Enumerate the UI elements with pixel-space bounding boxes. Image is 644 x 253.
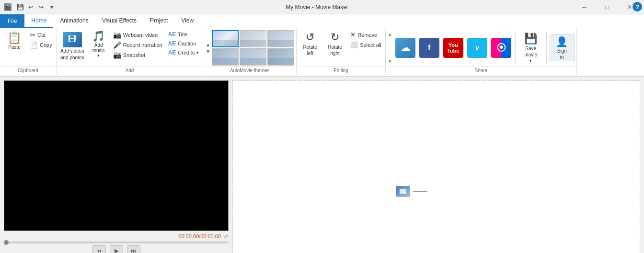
add-videos-button[interactable]: 🎞 Add videos and photos xyxy=(58,30,86,63)
sign-in-button[interactable]: 👤 Sign in xyxy=(550,34,575,61)
main-area: 00:00.00/00:00.00 ⤢ ⏮ ▶ ⏭ xyxy=(0,77,644,253)
clipboard-group: 📋 Paste ✂ Cut 📄 Copy Clipboard xyxy=(0,29,57,75)
flickr-share-button[interactable]: ⦿ xyxy=(490,37,512,59)
cut-icon: ✂ xyxy=(30,31,35,39)
story-thumbnail-icon xyxy=(400,189,406,194)
snapshot-button[interactable]: 📸 Snapshot xyxy=(111,50,164,60)
tab-file[interactable]: File xyxy=(0,14,24,28)
facebook-share-button[interactable]: f xyxy=(418,37,440,59)
add-music-button[interactable]: 🎵 Add music ▾ xyxy=(88,30,109,58)
maximize-button[interactable]: □ xyxy=(596,0,618,14)
storyboard-thumbnail[interactable] xyxy=(396,186,410,197)
editing-group: ↺ Rotate left ↻ Rotate right ✕ Remove ⬜ xyxy=(297,29,386,75)
share-label: Share xyxy=(388,66,575,74)
add-text-col: AE Title AE Caption AE Credits ▾ xyxy=(166,30,201,57)
play-button[interactable]: ▶ xyxy=(110,245,123,253)
automovie-label: AutoMovie themes xyxy=(205,66,294,74)
share-content: ▲ ▼ ☁ f YouTube v ⦿ xyxy=(388,30,575,66)
paste-button[interactable]: 📋 Paste xyxy=(2,30,27,52)
tab-project[interactable]: Project xyxy=(143,14,174,28)
expand-view-button[interactable]: ⤢ xyxy=(224,233,229,240)
editing-content: ↺ Rotate left ↻ Rotate right ✕ Remove ⬜ xyxy=(299,30,383,66)
add-group: 🎞 Add videos and photos 🎵 Add music ▾ 📷 … xyxy=(57,29,203,75)
tab-animations[interactable]: Animations xyxy=(53,14,95,28)
rotate-right-button[interactable]: ↻ Rotate right xyxy=(323,30,346,57)
add-videos-icon: 🎞 xyxy=(63,32,82,47)
share-group: ▲ ▼ ☁ f YouTube v ⦿ xyxy=(386,29,577,75)
youtube-share-button[interactable]: YouTube xyxy=(442,37,464,59)
select-all-button[interactable]: ⬜ Select all xyxy=(348,40,383,49)
clipboard-group-content: 📋 Paste ✂ Cut 📄 Copy xyxy=(2,30,54,66)
rotate-right-icon: ↻ xyxy=(331,31,339,44)
preview-pane: 00:00.00/00:00.00 ⤢ ⏮ ▶ ⏭ xyxy=(0,77,232,253)
add-label: Add xyxy=(58,66,201,74)
rotate-left-icon: ↺ xyxy=(306,31,314,44)
cloud-share-button[interactable]: ☁ xyxy=(394,37,416,59)
time-display: 00:00.00/00:00.00 xyxy=(178,233,221,239)
title-bar-app-icon: 🎬 xyxy=(4,3,12,11)
caption-button[interactable]: AE Caption xyxy=(166,39,201,48)
select-all-icon: ⬜ xyxy=(350,41,358,48)
theme-item-1[interactable] xyxy=(240,30,266,47)
theme-scroll-up[interactable]: ▲ ▼ xyxy=(205,42,212,54)
copy-button[interactable]: 📄 Copy xyxy=(28,40,54,50)
tab-visual-effects[interactable]: Visual Effects xyxy=(95,14,143,28)
vimeo-share-button[interactable]: v xyxy=(466,37,488,59)
title-button[interactable]: AE Title xyxy=(166,30,201,39)
facebook-icon: f xyxy=(419,38,439,58)
tab-view[interactable]: View xyxy=(174,14,200,28)
share-separator-2 xyxy=(546,32,547,64)
scrubber[interactable] xyxy=(4,242,229,243)
vimeo-icon: v xyxy=(467,38,487,58)
webcam-icon: 📷 xyxy=(113,31,121,39)
theme-item-0[interactable] xyxy=(212,30,239,47)
clipboard-label: Clipboard xyxy=(2,66,54,74)
camera-icon: 📸 xyxy=(113,51,121,59)
ribbon: File Home Animations Visual Effects Proj… xyxy=(0,14,644,77)
webcam-video-button[interactable]: 📷 Webcam video xyxy=(111,30,164,40)
theme-item-2[interactable] xyxy=(267,30,294,47)
save-movie-button[interactable]: 💾 Save movie ▾ xyxy=(518,32,543,64)
theme-item-3[interactable] xyxy=(212,48,239,66)
prev-frame-button[interactable]: ⏮ xyxy=(92,245,106,253)
automovie-content: ▲ ▼ xyxy=(205,30,294,66)
playback-buttons: ⏮ ▶ ⏭ xyxy=(4,245,229,253)
timeline-area[interactable] xyxy=(232,80,640,253)
quick-access-toolbar: 💾 ↩ ↪ ▾ xyxy=(15,2,57,12)
share-scroll[interactable]: ▲ ▼ xyxy=(388,31,392,65)
window-title: My Movie - Movie Maker xyxy=(60,4,574,11)
app-icon: 🎬 xyxy=(4,3,12,11)
window-controls: ─ □ ✕ xyxy=(574,0,640,14)
record-narration-button[interactable]: 🎤 Record narration xyxy=(111,40,164,50)
cut-button[interactable]: ✂ Cut xyxy=(28,30,54,40)
editing-label: Editing xyxy=(299,66,383,74)
tab-home[interactable]: Home xyxy=(24,14,53,28)
remove-button[interactable]: ✕ Remove xyxy=(348,30,383,39)
preview-controls: 00:00.00/00:00.00 ⤢ ⏮ ▶ ⏭ xyxy=(4,231,229,253)
youtube-icon: YouTube xyxy=(443,38,463,58)
save-movie-icon: 💾 xyxy=(524,33,537,45)
theme-thumbnails xyxy=(212,30,294,66)
time-bar: 00:00.00/00:00.00 ⤢ xyxy=(4,233,229,240)
ribbon-tabs: File Home Animations Visual Effects Proj… xyxy=(0,14,644,28)
scrubber-thumb[interactable] xyxy=(4,240,9,245)
qat-redo[interactable]: ↪ xyxy=(36,2,46,12)
microphone-icon: 🎤 xyxy=(113,41,121,49)
rotate-left-button[interactable]: ↺ Rotate left xyxy=(299,30,322,57)
automovie-group: ▲ ▼ AutoMovie themes xyxy=(203,29,297,75)
storyboard-connector xyxy=(413,191,427,192)
help-button[interactable]: ? xyxy=(632,2,642,11)
title-bar: 🎬 💾 ↩ ↪ ▾ My Movie - Movie Maker ─ □ ✕ ? xyxy=(0,0,644,14)
title-icon: AE xyxy=(168,31,176,38)
qat-save[interactable]: 💾 xyxy=(15,2,25,12)
minimize-button[interactable]: ─ xyxy=(574,0,595,14)
credits-button[interactable]: AE Credits ▾ xyxy=(166,48,201,57)
cloud-icon: ☁ xyxy=(395,38,415,58)
share-separator xyxy=(515,32,516,64)
edit-small-col: ✕ Remove ⬜ Select all xyxy=(348,30,383,49)
qat-undo[interactable]: ↩ xyxy=(26,2,35,12)
theme-item-5[interactable] xyxy=(267,48,294,66)
qat-dropdown[interactable]: ▾ xyxy=(47,2,57,12)
theme-item-4[interactable] xyxy=(240,48,266,66)
next-frame-button[interactable]: ⏭ xyxy=(127,245,140,253)
